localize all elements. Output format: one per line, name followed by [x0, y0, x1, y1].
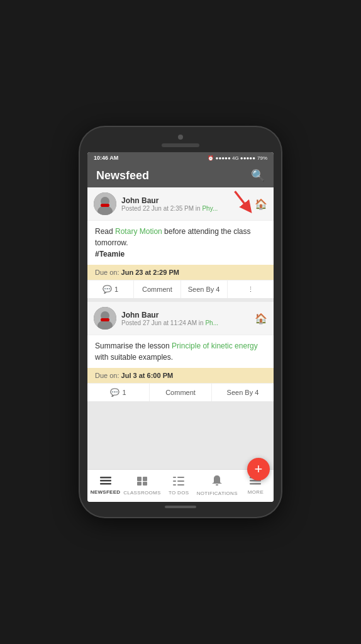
- comment-button[interactable]: Comment: [150, 384, 212, 401]
- svg-rect-26: [250, 483, 261, 485]
- post-meta: John Baur Posted 22 Jun at 2:35 PM in Ph…: [121, 196, 255, 212]
- post-card: John Baur Posted 22 Jun at 2:35 PM in Ph…: [87, 187, 274, 298]
- post-time: Posted 22 Jun at 2:35 PM in Phy...: [121, 205, 255, 212]
- notifications-icon: [212, 475, 222, 489]
- post-body: Read Rotary Motion before attending the …: [87, 221, 274, 265]
- alarm-icon: ⏰: [208, 155, 214, 161]
- fab-plus-icon: +: [255, 461, 263, 477]
- nav-todos[interactable]: TO DOS: [161, 470, 197, 502]
- svg-rect-15: [137, 482, 142, 486]
- page-title: Newsfeed: [96, 169, 149, 182]
- phone-screen: 10:46 AM ⏰ ●●●●● 4G ●●●●● 79% Newsfeed 🔍: [87, 152, 274, 502]
- comment-bubble-icon: 💬: [110, 388, 119, 397]
- svg-rect-13: [137, 477, 142, 481]
- status-icons: ⏰ ●●●●● 4G ●●●●● 79%: [208, 155, 267, 161]
- phone-home-bar: [165, 506, 196, 508]
- status-time: 10:46 AM: [94, 155, 118, 161]
- svg-rect-11: [100, 480, 111, 482]
- seen-by-button[interactable]: Seen By 4: [212, 384, 274, 401]
- classrooms-icon: [136, 476, 148, 489]
- comment-bubble-icon: 💬: [103, 285, 112, 294]
- post-author: John Baur: [121, 196, 255, 205]
- comment-count-button[interactable]: 💬 1: [87, 280, 134, 298]
- bottom-nav: NEWSFEED CLASSROOMS TO DOS NOTIFICATIONS: [87, 469, 274, 502]
- home-icon: 🏠: [255, 198, 267, 210]
- fab-add-button[interactable]: +: [247, 458, 270, 480]
- kinetic-energy-link[interactable]: Principle of kinetic energy: [172, 341, 258, 350]
- post-body: Summarise the lesson Principle of kineti…: [87, 335, 274, 368]
- post-header: John Baur Posted 22 Jun at 2:35 PM in Ph…: [87, 187, 274, 221]
- comment-button[interactable]: Comment: [134, 280, 181, 298]
- comment-count-button[interactable]: 💬 1: [87, 384, 150, 401]
- seen-by-label: Seen By 4: [188, 286, 220, 293]
- seen-by-button[interactable]: Seen By 4: [181, 280, 228, 298]
- post-actions: 💬 1 Comment Seen By 4: [87, 383, 274, 401]
- svg-rect-21: [173, 484, 176, 486]
- search-button[interactable]: 🔍: [251, 169, 265, 182]
- app-header: Newsfeed 🔍: [87, 164, 274, 187]
- classrooms-label: CLASSROOMS: [123, 490, 160, 496]
- nav-newsfeed[interactable]: NEWSFEED: [87, 470, 123, 502]
- svg-rect-18: [177, 477, 184, 478]
- newsfeed-label: NEWSFEED: [91, 489, 121, 495]
- svg-rect-12: [100, 483, 111, 485]
- svg-rect-5: [101, 204, 109, 207]
- more-options-button[interactable]: ⋮: [228, 280, 274, 298]
- search-area: 🔍: [251, 169, 265, 182]
- svg-rect-23: [216, 484, 218, 486]
- post-author: John Baur: [121, 311, 255, 319]
- more-icon: ⋮: [247, 286, 254, 294]
- home-icon: 🏠: [255, 313, 267, 325]
- avatar: [94, 307, 116, 330]
- post-actions: 💬 1 Comment Seen By 4 ⋮: [87, 280, 274, 298]
- due-bar: Due on: Jul 3 at 6:00 PM: [87, 368, 274, 383]
- svg-rect-20: [177, 480, 184, 482]
- status-bar: 10:46 AM ⏰ ●●●●● 4G ●●●●● 79%: [87, 152, 274, 164]
- phone-camera: [178, 135, 183, 140]
- svg-rect-17: [173, 477, 176, 478]
- battery-text: 79%: [257, 155, 267, 161]
- svg-rect-9: [101, 318, 109, 321]
- svg-rect-10: [100, 477, 111, 479]
- svg-rect-19: [173, 480, 176, 482]
- post-header: John Baur Posted 27 Jun at 11:24 AM in P…: [87, 302, 274, 335]
- signal-text: ●●●●● 4G ●●●●●: [216, 155, 255, 161]
- phone-speaker: [162, 143, 199, 147]
- classroom-link[interactable]: Phy...: [202, 205, 218, 212]
- due-date: Jun 23 at 2:29 PM: [121, 269, 179, 276]
- more-label: MORE: [248, 489, 264, 495]
- avatar: [94, 192, 116, 215]
- comment-label: Comment: [165, 389, 196, 396]
- classroom-link[interactable]: Ph...: [205, 319, 218, 326]
- hashtag: #Teamie: [95, 250, 125, 258]
- comment-count: 1: [114, 286, 118, 293]
- seen-by-label: Seen By 4: [227, 389, 259, 396]
- comment-count: 1: [122, 389, 126, 396]
- todos-label: TO DOS: [169, 490, 189, 496]
- nav-notifications[interactable]: NOTIFICATIONS: [197, 470, 238, 502]
- svg-rect-16: [143, 482, 147, 486]
- comment-label: Comment: [142, 286, 172, 293]
- newsfeed: John Baur Posted 22 Jun at 2:35 PM in Ph…: [87, 187, 274, 469]
- post-card: John Baur Posted 27 Jun at 11:24 AM in P…: [87, 302, 274, 401]
- phone-device: 10:46 AM ⏰ ●●●●● 4G ●●●●● 79% Newsfeed 🔍: [80, 127, 281, 517]
- notifications-label: NOTIFICATIONS: [197, 491, 238, 496]
- todos-icon: [173, 476, 184, 489]
- due-date: Jul 3 at 6:00 PM: [121, 372, 174, 379]
- due-bar: Due on: Jun 23 at 2:29 PM: [87, 265, 274, 280]
- post-time: Posted 27 Jun at 11:24 AM in Ph...: [121, 319, 255, 326]
- newsfeed-icon: [100, 477, 111, 488]
- svg-rect-22: [177, 484, 184, 486]
- rotary-motion-link[interactable]: Rotary Motion: [115, 227, 162, 236]
- nav-classrooms[interactable]: CLASSROOMS: [123, 470, 160, 502]
- svg-rect-14: [143, 477, 147, 481]
- post-meta: John Baur Posted 27 Jun at 11:24 AM in P…: [121, 311, 255, 326]
